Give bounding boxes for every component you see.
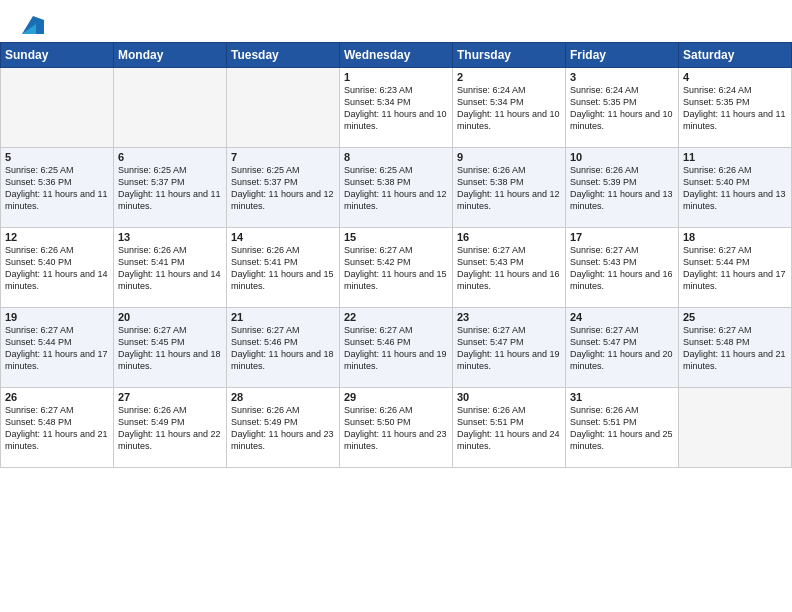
day-info: Sunrise: 6:26 AM Sunset: 5:49 PM Dayligh… bbox=[118, 404, 222, 453]
calendar-cell: 15Sunrise: 6:27 AM Sunset: 5:42 PM Dayli… bbox=[340, 228, 453, 308]
day-number: 2 bbox=[457, 71, 561, 83]
calendar-cell bbox=[114, 68, 227, 148]
calendar-cell: 3Sunrise: 6:24 AM Sunset: 5:35 PM Daylig… bbox=[566, 68, 679, 148]
weekday-sunday: Sunday bbox=[1, 43, 114, 68]
page: SundayMondayTuesdayWednesdayThursdayFrid… bbox=[0, 0, 792, 612]
day-info: Sunrise: 6:27 AM Sunset: 5:42 PM Dayligh… bbox=[344, 244, 448, 293]
day-number: 12 bbox=[5, 231, 109, 243]
day-number: 10 bbox=[570, 151, 674, 163]
day-info: Sunrise: 6:24 AM Sunset: 5:35 PM Dayligh… bbox=[683, 84, 787, 133]
weekday-saturday: Saturday bbox=[679, 43, 792, 68]
weekday-thursday: Thursday bbox=[453, 43, 566, 68]
day-number: 1 bbox=[344, 71, 448, 83]
day-info: Sunrise: 6:26 AM Sunset: 5:51 PM Dayligh… bbox=[570, 404, 674, 453]
calendar-cell: 23Sunrise: 6:27 AM Sunset: 5:47 PM Dayli… bbox=[453, 308, 566, 388]
day-info: Sunrise: 6:24 AM Sunset: 5:34 PM Dayligh… bbox=[457, 84, 561, 133]
calendar-cell: 24Sunrise: 6:27 AM Sunset: 5:47 PM Dayli… bbox=[566, 308, 679, 388]
day-info: Sunrise: 6:27 AM Sunset: 5:47 PM Dayligh… bbox=[570, 324, 674, 373]
logo-icon bbox=[22, 16, 44, 34]
day-info: Sunrise: 6:27 AM Sunset: 5:47 PM Dayligh… bbox=[457, 324, 561, 373]
day-number: 17 bbox=[570, 231, 674, 243]
day-number: 19 bbox=[5, 311, 109, 323]
calendar-cell bbox=[679, 388, 792, 468]
calendar-cell: 1Sunrise: 6:23 AM Sunset: 5:34 PM Daylig… bbox=[340, 68, 453, 148]
weekday-friday: Friday bbox=[566, 43, 679, 68]
day-info: Sunrise: 6:26 AM Sunset: 5:50 PM Dayligh… bbox=[344, 404, 448, 453]
day-info: Sunrise: 6:27 AM Sunset: 5:46 PM Dayligh… bbox=[231, 324, 335, 373]
day-number: 8 bbox=[344, 151, 448, 163]
day-info: Sunrise: 6:27 AM Sunset: 5:43 PM Dayligh… bbox=[570, 244, 674, 293]
day-info: Sunrise: 6:26 AM Sunset: 5:40 PM Dayligh… bbox=[5, 244, 109, 293]
header bbox=[0, 0, 792, 42]
calendar-cell: 2Sunrise: 6:24 AM Sunset: 5:34 PM Daylig… bbox=[453, 68, 566, 148]
day-info: Sunrise: 6:26 AM Sunset: 5:41 PM Dayligh… bbox=[118, 244, 222, 293]
calendar-cell: 20Sunrise: 6:27 AM Sunset: 5:45 PM Dayli… bbox=[114, 308, 227, 388]
day-number: 29 bbox=[344, 391, 448, 403]
day-number: 26 bbox=[5, 391, 109, 403]
day-number: 5 bbox=[5, 151, 109, 163]
week-row-4: 19Sunrise: 6:27 AM Sunset: 5:44 PM Dayli… bbox=[1, 308, 792, 388]
day-number: 18 bbox=[683, 231, 787, 243]
logo-text bbox=[20, 16, 44, 34]
calendar-cell: 9Sunrise: 6:26 AM Sunset: 5:38 PM Daylig… bbox=[453, 148, 566, 228]
day-number: 3 bbox=[570, 71, 674, 83]
day-info: Sunrise: 6:25 AM Sunset: 5:37 PM Dayligh… bbox=[118, 164, 222, 213]
day-number: 24 bbox=[570, 311, 674, 323]
day-info: Sunrise: 6:26 AM Sunset: 5:40 PM Dayligh… bbox=[683, 164, 787, 213]
day-number: 25 bbox=[683, 311, 787, 323]
calendar-cell: 6Sunrise: 6:25 AM Sunset: 5:37 PM Daylig… bbox=[114, 148, 227, 228]
day-number: 15 bbox=[344, 231, 448, 243]
calendar-cell: 31Sunrise: 6:26 AM Sunset: 5:51 PM Dayli… bbox=[566, 388, 679, 468]
calendar-cell: 14Sunrise: 6:26 AM Sunset: 5:41 PM Dayli… bbox=[227, 228, 340, 308]
calendar-cell: 21Sunrise: 6:27 AM Sunset: 5:46 PM Dayli… bbox=[227, 308, 340, 388]
calendar-body: 1Sunrise: 6:23 AM Sunset: 5:34 PM Daylig… bbox=[1, 68, 792, 468]
calendar-cell: 25Sunrise: 6:27 AM Sunset: 5:48 PM Dayli… bbox=[679, 308, 792, 388]
day-info: Sunrise: 6:27 AM Sunset: 5:46 PM Dayligh… bbox=[344, 324, 448, 373]
calendar-cell bbox=[1, 68, 114, 148]
day-info: Sunrise: 6:26 AM Sunset: 5:39 PM Dayligh… bbox=[570, 164, 674, 213]
day-number: 30 bbox=[457, 391, 561, 403]
day-info: Sunrise: 6:25 AM Sunset: 5:37 PM Dayligh… bbox=[231, 164, 335, 213]
day-info: Sunrise: 6:24 AM Sunset: 5:35 PM Dayligh… bbox=[570, 84, 674, 133]
day-number: 31 bbox=[570, 391, 674, 403]
day-number: 23 bbox=[457, 311, 561, 323]
day-info: Sunrise: 6:26 AM Sunset: 5:41 PM Dayligh… bbox=[231, 244, 335, 293]
day-number: 28 bbox=[231, 391, 335, 403]
day-number: 21 bbox=[231, 311, 335, 323]
day-info: Sunrise: 6:26 AM Sunset: 5:49 PM Dayligh… bbox=[231, 404, 335, 453]
calendar-table: SundayMondayTuesdayWednesdayThursdayFrid… bbox=[0, 42, 792, 468]
day-number: 9 bbox=[457, 151, 561, 163]
day-info: Sunrise: 6:26 AM Sunset: 5:51 PM Dayligh… bbox=[457, 404, 561, 453]
calendar-cell: 26Sunrise: 6:27 AM Sunset: 5:48 PM Dayli… bbox=[1, 388, 114, 468]
day-number: 6 bbox=[118, 151, 222, 163]
day-number: 13 bbox=[118, 231, 222, 243]
weekday-monday: Monday bbox=[114, 43, 227, 68]
day-info: Sunrise: 6:27 AM Sunset: 5:44 PM Dayligh… bbox=[5, 324, 109, 373]
calendar-cell: 12Sunrise: 6:26 AM Sunset: 5:40 PM Dayli… bbox=[1, 228, 114, 308]
weekday-tuesday: Tuesday bbox=[227, 43, 340, 68]
day-number: 27 bbox=[118, 391, 222, 403]
calendar-cell: 19Sunrise: 6:27 AM Sunset: 5:44 PM Dayli… bbox=[1, 308, 114, 388]
calendar-cell: 11Sunrise: 6:26 AM Sunset: 5:40 PM Dayli… bbox=[679, 148, 792, 228]
day-info: Sunrise: 6:27 AM Sunset: 5:48 PM Dayligh… bbox=[5, 404, 109, 453]
day-number: 16 bbox=[457, 231, 561, 243]
calendar-cell: 29Sunrise: 6:26 AM Sunset: 5:50 PM Dayli… bbox=[340, 388, 453, 468]
calendar-cell: 4Sunrise: 6:24 AM Sunset: 5:35 PM Daylig… bbox=[679, 68, 792, 148]
calendar-cell: 28Sunrise: 6:26 AM Sunset: 5:49 PM Dayli… bbox=[227, 388, 340, 468]
calendar-cell bbox=[227, 68, 340, 148]
weekday-wednesday: Wednesday bbox=[340, 43, 453, 68]
calendar-cell: 5Sunrise: 6:25 AM Sunset: 5:36 PM Daylig… bbox=[1, 148, 114, 228]
calendar-cell: 27Sunrise: 6:26 AM Sunset: 5:49 PM Dayli… bbox=[114, 388, 227, 468]
day-number: 20 bbox=[118, 311, 222, 323]
day-info: Sunrise: 6:23 AM Sunset: 5:34 PM Dayligh… bbox=[344, 84, 448, 133]
logo bbox=[20, 16, 44, 34]
day-number: 14 bbox=[231, 231, 335, 243]
day-number: 7 bbox=[231, 151, 335, 163]
day-info: Sunrise: 6:25 AM Sunset: 5:38 PM Dayligh… bbox=[344, 164, 448, 213]
day-info: Sunrise: 6:26 AM Sunset: 5:38 PM Dayligh… bbox=[457, 164, 561, 213]
weekday-header: SundayMondayTuesdayWednesdayThursdayFrid… bbox=[1, 43, 792, 68]
day-number: 22 bbox=[344, 311, 448, 323]
day-number: 11 bbox=[683, 151, 787, 163]
calendar-cell: 16Sunrise: 6:27 AM Sunset: 5:43 PM Dayli… bbox=[453, 228, 566, 308]
calendar-cell: 18Sunrise: 6:27 AM Sunset: 5:44 PM Dayli… bbox=[679, 228, 792, 308]
